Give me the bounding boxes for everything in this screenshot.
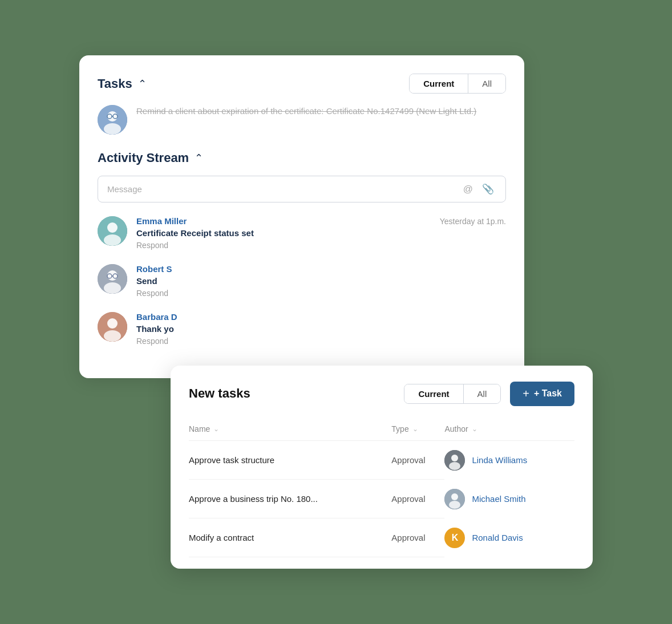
row0-name: Approve task structure (189, 440, 391, 480)
activity-action-1: Send (136, 276, 506, 286)
svg-point-10 (107, 270, 118, 281)
activity-respond-2[interactable]: Respond (136, 337, 168, 346)
activity-top-row-1: Robert S (136, 264, 506, 274)
col-name-header: Name ⌄ (189, 420, 391, 441)
svg-point-16 (107, 318, 118, 329)
activity-top-row-0: Emma Miller Yesterday at 1p.m. (136, 216, 506, 226)
row1-author-avatar (444, 489, 465, 509)
activity-author-2: Barbara D (136, 312, 177, 322)
col-author-header: Author ⌄ (444, 420, 574, 441)
activity-author-0: Emma Miller (136, 216, 187, 226)
tasks-toggle-group: Current All (409, 74, 506, 94)
row1-author: Michael Smith (444, 480, 574, 518)
task-item: Remind a client about expiration of the … (98, 105, 506, 135)
task-avatar (98, 105, 127, 135)
add-task-button[interactable]: + + Task (510, 382, 574, 406)
activity-item-1: Robert S Send Respond (98, 264, 506, 298)
activity-content-2: Barbara D Thank yo Respond (136, 312, 506, 346)
attach-button[interactable]: 📎 (480, 183, 496, 195)
row1-author-name: Michael Smith (472, 494, 525, 504)
new-tasks-toggle-group: Current All (404, 384, 501, 404)
table-row-2: Modify a contract Approval K Ronald Davi… (189, 518, 574, 557)
col-name-sort-icon[interactable]: ⌄ (213, 425, 219, 433)
activity-avatar-0 (98, 216, 127, 246)
task-text: Remind a client about expiration of the … (136, 106, 476, 116)
activity-top-row-2: Barbara D (136, 312, 506, 322)
row1-type: Approval (391, 480, 444, 518)
col-type-header: Type ⌄ (391, 420, 444, 441)
row2-type: Approval (391, 518, 444, 557)
svg-point-8 (104, 234, 121, 246)
new-tasks-header: New tasks Current All + + Task (189, 382, 574, 406)
message-input-row[interactable]: Message @ 📎 (98, 176, 506, 202)
activity-collapse-icon[interactable]: ⌃ (195, 152, 203, 164)
activity-header: Activity Stream ⌃ (98, 151, 506, 165)
col-name-label: Name (189, 424, 210, 433)
add-task-label: + Task (534, 388, 562, 399)
row0-author: Linda Williams (444, 440, 574, 480)
activity-respond-0[interactable]: Respond (136, 241, 168, 250)
activity-item-0: Emma Miller Yesterday at 1p.m. Certifica… (98, 216, 506, 250)
svg-point-20 (449, 462, 460, 470)
col-type-label: Type (391, 424, 408, 433)
main-card: Tasks ⌃ Current All (79, 55, 524, 378)
tasks-header: Tasks ⌃ Current All (98, 74, 506, 94)
message-placeholder-text: Message (107, 184, 456, 194)
svg-point-7 (107, 222, 118, 233)
col-author-sort-icon[interactable]: ⌄ (472, 425, 477, 433)
task-text-wrapper: Remind a client about expiration of the … (136, 105, 476, 118)
row2-author: K Ronald Davis (444, 518, 574, 557)
svg-point-11 (104, 282, 121, 294)
col-type-sort-icon[interactable]: ⌄ (412, 425, 418, 433)
row0-author-name: Linda Williams (472, 455, 527, 465)
activity-action-0: Certificate Receipt status set (136, 228, 506, 238)
activity-content-1: Robert S Send Respond (136, 264, 506, 298)
tasks-title-row: Tasks ⌃ (98, 76, 147, 91)
row2-author-avatar: K (444, 528, 465, 548)
activity-author-1: Robert S (136, 264, 172, 274)
activity-avatar-2 (98, 312, 127, 342)
tasks-collapse-icon[interactable]: ⌃ (138, 78, 147, 90)
new-tasks-all-btn[interactable]: All (464, 384, 501, 403)
activity-action-2: Thank yo (136, 324, 506, 334)
row1-name: Approve a business trip No. 180... (189, 480, 391, 518)
activity-content-0: Emma Miller Yesterday at 1p.m. Certifica… (136, 216, 506, 250)
row2-author-name: Ronald Davis (472, 533, 523, 542)
svg-point-2 (104, 123, 121, 135)
svg-point-22 (451, 493, 458, 500)
activity-avatar-1 (98, 264, 127, 294)
row2-name: Modify a contract (189, 518, 391, 557)
tasks-table: Name ⌄ Type ⌄ Author ⌄ (189, 420, 574, 558)
add-task-plus-icon: + (523, 387, 529, 400)
tasks-all-btn[interactable]: All (468, 74, 505, 93)
row0-author-avatar (444, 450, 465, 471)
svg-point-23 (449, 501, 460, 509)
svg-point-17 (104, 330, 121, 342)
activity-item-2: Barbara D Thank yo Respond (98, 312, 506, 346)
table-row-1: Approve a business trip No. 180... Appro… (189, 480, 574, 518)
activity-title: Activity Stream (98, 151, 189, 165)
table-row-0: Approve task structure Approval (189, 440, 574, 480)
tasks-current-btn[interactable]: Current (410, 74, 468, 93)
col-author-label: Author (444, 424, 468, 433)
activity-respond-1[interactable]: Respond (136, 289, 168, 298)
new-tasks-title: New tasks (189, 386, 250, 401)
new-tasks-card: New tasks Current All + + Task Name ⌄ (171, 366, 593, 569)
tasks-title: Tasks (98, 76, 132, 91)
new-tasks-current-btn[interactable]: Current (404, 384, 463, 403)
svg-point-19 (451, 455, 458, 461)
activity-time-0: Yesterday at 1p.m. (440, 217, 506, 226)
row0-type: Approval (391, 440, 444, 480)
mention-button[interactable]: @ (461, 184, 475, 195)
